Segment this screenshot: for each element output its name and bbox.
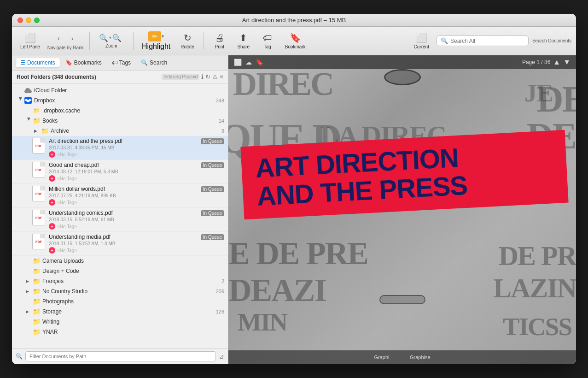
books-count: 14 [219, 118, 224, 124]
viewer-cloud-icon[interactable]: ☁ [245, 59, 252, 66]
sidebar-item-français[interactable]: ▶ 📁 Français 2 [12, 276, 228, 286]
no-tag-label: <No Tag> [57, 176, 77, 181]
bookmark-button[interactable]: 🔖 Bookmark [281, 30, 309, 51]
archive-chevron-icon: ▶ [34, 129, 41, 133]
rotate-button[interactable]: ↻ Rotate [177, 30, 198, 51]
in-queue-badge: In Queue [201, 162, 224, 168]
warning-icon[interactable]: ⚠ [212, 73, 218, 80]
page-up-button[interactable]: ▲ [553, 58, 560, 66]
left-pane-label: Left Pane [20, 44, 40, 49]
highlight-button[interactable]: ✏ ▾ Highlight [139, 30, 173, 53]
pdf-list-item[interactable]: PDF Good and cheap.pdf In Queue 2014-08-… [12, 160, 228, 184]
search-input[interactable] [450, 38, 524, 44]
pdf-list-item[interactable]: PDF Understanding media.pdf In Queue 201… [12, 232, 228, 256]
add-tag-button[interactable]: + [49, 175, 55, 182]
root-folders-title: Root Folders (348 documents) [17, 74, 96, 80]
dropbox-count: 348 [216, 98, 224, 103]
pdf-top-row: Art direction and the press.pdf In Queue [49, 138, 224, 144]
left-pane-button[interactable]: ⬜ Left Pane [17, 30, 44, 51]
current-view-button[interactable]: ⬜ Current [410, 30, 433, 51]
folder-icon: 📁 [32, 319, 41, 325]
folder-icon: 📁 [32, 258, 41, 264]
tab-documents[interactable]: ☰ Documents [16, 58, 60, 67]
bottom-text-2: Graphise [410, 354, 431, 360]
tab-bookmarks[interactable]: 🔖 Bookmarks [61, 58, 106, 67]
sidebar-item-books[interactable]: ▶ 📁 Books 14 [12, 116, 228, 126]
sidebar-item-camera-uploads[interactable]: 📁 Camera Uploads [12, 256, 228, 266]
sidebar-item-writing[interactable]: 📁 Writing [12, 317, 228, 327]
nav-back-button[interactable]: ‹ [52, 32, 65, 45]
sidebar-item-dropbox-cache[interactable]: 📁 .dropbox.cache [12, 106, 228, 116]
search-documents-field[interactable]: 🔍 [437, 35, 529, 46]
bookmarks-tab-icon: 🔖 [65, 59, 72, 66]
rotate-icon: ↻ [184, 32, 192, 43]
tab-search[interactable]: 🔍 Search [136, 58, 172, 67]
pdf-top-row: Good and cheap.pdf In Queue [49, 162, 224, 168]
print-button[interactable]: 🖨 Print [210, 31, 230, 51]
icloud-folder-label: iCloud Folder [34, 87, 224, 94]
filter-input[interactable] [25, 351, 216, 361]
tag-button[interactable]: 🏷 Tag [257, 31, 278, 51]
sidebar-item-dropbox[interactable]: ▶ Dropbox 348 [12, 95, 228, 106]
add-tag-button[interactable]: + [49, 247, 55, 254]
sidebar-item-no-country-studio[interactable]: ▶ 📁 No Country Studio 206 [12, 286, 228, 296]
folder-count: 206 [216, 289, 224, 294]
current-label: Current [414, 44, 429, 49]
refresh-icon[interactable]: ↻ [205, 73, 210, 80]
close-button[interactable] [17, 18, 23, 23]
pdf-meta: 2017-07-25, 4:21:16 AM, 899 KB [49, 193, 224, 198]
separator-1 [89, 32, 90, 50]
folder-count: 2 [221, 278, 224, 284]
folder-label: Design + Code [42, 268, 224, 274]
pdf-meta: 2017-03-31, 4:38:45 PM, 15 MB [49, 145, 224, 150]
sidebar-header: Root Folders (348 documents) Indexing Pa… [12, 71, 228, 83]
zoom-button[interactable]: 🔍 + 🔍 - Zoom [95, 32, 128, 50]
add-tag-button[interactable]: + [49, 199, 55, 206]
viewer-folder-icon[interactable]: ⬜ [234, 59, 242, 66]
sidebar-item-design-+-code[interactable]: 📁 Design + Code [12, 266, 228, 276]
folder-count: 126 [216, 309, 224, 314]
info-icon[interactable]: ℹ [201, 73, 204, 80]
no-tag-label: <No Tag> [57, 152, 77, 157]
pdf-thumbnail: PDF [32, 234, 45, 249]
in-queue-badge: In Queue [201, 210, 224, 216]
page-down-button[interactable]: ▼ [563, 58, 571, 66]
pdf-list-item[interactable]: PDF Understanding comics.pdf In Queue 20… [12, 208, 228, 232]
filter-options-icon[interactable]: ⊿ [219, 353, 224, 360]
dropbox-cache-label: .dropbox.cache [42, 107, 224, 114]
nav-forward-button[interactable]: › [66, 32, 79, 45]
bottom-folders-list: 📁 Camera Uploads 📁 Design + Code ▶ 📁 Fra… [12, 256, 228, 337]
add-tag-button[interactable]: + [49, 223, 55, 230]
pdf-list-item[interactable]: PDF Million dollar words.pdf In Queue 20… [12, 184, 228, 208]
viewer-bookmark-icon[interactable]: 🔖 [256, 59, 263, 66]
pdf-list-item[interactable]: PDF Art direction and the press.pdf In Q… [12, 136, 228, 160]
pdf-thumbnail: PDF [32, 186, 45, 201]
pdf-name: Understanding media.pdf [49, 234, 111, 240]
pdf-meta: 2018-03-15, 5:52:16 AM, 61 MB [49, 217, 224, 222]
sidebar-header-right: Indexing Paused ℹ ↻ ⚠ ≡ [162, 73, 223, 80]
sidebar-item-ynar[interactable]: 📁 YNAR [12, 327, 228, 337]
maximize-button[interactable] [34, 18, 40, 23]
sidebar-item-photographs[interactable]: 📁 Photographs [12, 296, 228, 307]
share-button[interactable]: ⬆ Share [233, 30, 254, 51]
pdf-tag-row: + <No Tag> [49, 223, 224, 230]
pdf-top-row: Million dollar words.pdf In Queue [49, 186, 224, 192]
documents-tab-icon: ☰ [20, 59, 25, 66]
sidebar-item-archive[interactable]: ▶ 📁 Archive 9 [12, 126, 228, 136]
folder-icon: 📁 [32, 298, 41, 305]
print-label: Print [215, 44, 224, 49]
sidebar-item-storage[interactable]: ▶ 📁 Storage 126 [12, 307, 228, 317]
pdf-meta: 2014-08-12, 12:19:01 PM, 5.3 MB [49, 169, 224, 174]
add-tag-button[interactable]: + [49, 151, 55, 158]
sidebar-item-icloud-folder[interactable]: iCloud Folder [12, 85, 228, 95]
bookmark-icon: 🔖 [290, 32, 301, 43]
in-queue-badge: In Queue [201, 138, 224, 144]
pdf-tag-row: + <No Tag> [49, 151, 224, 158]
pdf-name: Good and cheap.pdf [49, 162, 99, 168]
menu-icon[interactable]: ≡ [220, 73, 223, 80]
pdf-thumbnail: PDF [32, 138, 45, 154]
viewer-toolbar: ⬜ ☁ 🔖 Page 1 / 86 ▲ ▼ [228, 55, 576, 69]
folder-label: No Country Studio [42, 288, 214, 295]
tab-tags[interactable]: 🏷 Tags [107, 58, 135, 67]
minimize-button[interactable] [26, 18, 31, 23]
